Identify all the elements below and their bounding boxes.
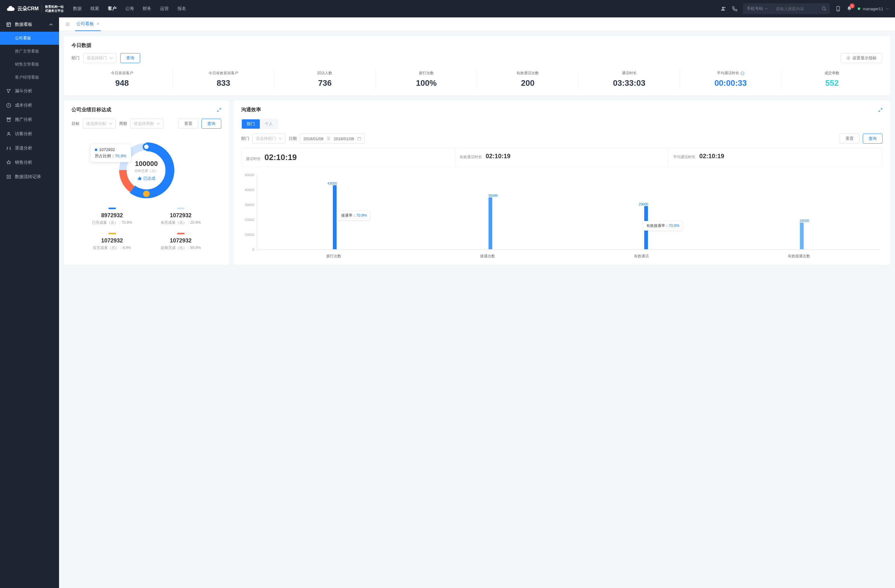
nav-icon (6, 103, 11, 108)
expand-icon[interactable] (217, 108, 221, 112)
svg-point-3 (838, 10, 839, 11)
tab-company-board[interactable]: 公司看板 ✕ (75, 17, 101, 31)
seg-dept[interactable]: 部门 (242, 119, 260, 129)
nav-icon (6, 146, 11, 151)
query-button[interactable]: 查询 (202, 119, 221, 129)
bar-column: 29000 (638, 175, 654, 249)
legend-item: 1072932应完成量（元）|8.9% (84, 233, 140, 250)
cloud-icon (6, 5, 15, 13)
chevron-down-icon (886, 7, 889, 10)
sidebar-item[interactable]: 客户经理看板 (0, 71, 59, 84)
anno-connect-rate: 接通率：70.9% (338, 211, 370, 220)
info-icon (740, 71, 744, 75)
sidebar-item[interactable]: 销售分析 (0, 155, 59, 170)
chevron-down-icon (278, 137, 282, 141)
tab-label: 公司看板 (76, 21, 94, 27)
top-nav: 数据线索客户公海财务运营报名 (73, 5, 186, 13)
y-tick: 30000 (244, 203, 254, 207)
topnav-item[interactable]: 数据 (73, 5, 82, 13)
user-add-icon[interactable] (721, 6, 726, 12)
nav-icon (6, 117, 11, 122)
sidebar-group-dashboard[interactable]: 数据看板 (0, 17, 59, 32)
topnav-item[interactable]: 运营 (160, 5, 169, 13)
anno-effective-rate: 有效接通率：70.9% (643, 221, 683, 230)
metric: 平均通话时长00:00:33 (680, 69, 781, 89)
metric: 回访人数736 (275, 69, 376, 89)
user-menu[interactable]: manager11 (858, 6, 889, 11)
period-label: 周期 (119, 121, 127, 126)
sidebar-item[interactable]: 访客分析 (0, 127, 59, 141)
dashboard-icon (6, 22, 11, 27)
svg-point-5 (848, 58, 849, 59)
metric: 成交单数552 (781, 69, 883, 89)
dept-select[interactable]: 请选择部门 (252, 133, 285, 144)
topnav-item[interactable]: 财务 (143, 5, 151, 13)
search-input[interactable] (772, 6, 819, 11)
bar-column: 35000 (482, 175, 498, 249)
x-label: 拨打次数 (326, 254, 341, 259)
menu-collapse-icon[interactable] (65, 22, 70, 27)
sidebar-item[interactable]: 推广主管看板 (0, 45, 59, 58)
search-box: 手机号码 (743, 3, 830, 14)
sidebar-item[interactable]: 漏斗分析 (0, 84, 59, 98)
logo: 云朵CRM 教育机构一站式服务云平台 (6, 5, 64, 13)
legend-item: 1072932未完成量（元）|20.9% (153, 208, 209, 225)
donut-center-label: 目标总量（元） (135, 168, 158, 173)
legend-item: 1072932超额完成（元）|89.9% (153, 233, 209, 250)
communication-card: 沟通效率 部门 个人 部门 请选择部门 日期 2018/01/08 (234, 100, 890, 265)
phone-icon[interactable] (732, 6, 737, 12)
x-label: 有效通话 (634, 254, 649, 259)
chevron-up-icon (49, 23, 53, 26)
search-button[interactable] (819, 3, 830, 14)
sidebar-item[interactable]: 数据流转记录 (0, 170, 59, 184)
target-select[interactable]: 请选择目标 (83, 119, 116, 129)
donut-center-value: 100000 (135, 160, 158, 168)
topnav-item[interactable]: 客户 (108, 5, 117, 13)
period-select[interactable]: 请选择周期 (130, 119, 164, 129)
y-tick: 40000 (244, 188, 254, 192)
nav-icon (6, 174, 11, 179)
bar-column: 18000 (794, 175, 810, 249)
dept-select[interactable]: 请选择部门 (83, 53, 117, 63)
bell-icon[interactable]: 5 (846, 6, 852, 12)
svg-point-1 (822, 7, 825, 10)
svg-rect-12 (358, 137, 361, 140)
topnav-item[interactable]: 报名 (177, 5, 186, 13)
close-icon[interactable]: ✕ (96, 22, 99, 26)
seg-personal[interactable]: 个人 (260, 119, 278, 129)
donut-chart: 1072932 所占比例：70.9% 100000 目标总量（ (71, 133, 221, 208)
svg-point-11 (143, 191, 150, 197)
reset-button[interactable]: 重置 (178, 119, 198, 129)
topnav-item[interactable]: 公海 (125, 5, 134, 13)
donut-status: 已达成 (135, 176, 158, 181)
gear-icon (846, 56, 851, 60)
sidebar-group-label: 数据看板 (15, 22, 32, 27)
bar-chart: 01000020000300004000050000 4300035000290… (241, 172, 883, 259)
expand-icon[interactable] (878, 108, 883, 112)
svg-point-10 (143, 144, 149, 150)
sidebar-item[interactable]: 公司看板 (0, 32, 59, 45)
stat-cell: 平均通话时长02:10:19 (669, 148, 882, 167)
query-button[interactable]: 查询 (863, 133, 883, 144)
settings-button[interactable]: 设置显示指标 (840, 53, 883, 63)
search-type-select[interactable]: 手机号码 (743, 6, 772, 12)
topnav-item[interactable]: 线索 (90, 5, 99, 13)
query-button[interactable]: 查询 (120, 53, 140, 63)
segment-control: 部门 个人 (241, 119, 278, 129)
mobile-icon[interactable] (835, 6, 841, 12)
settings-label: 设置显示指标 (853, 55, 877, 61)
y-tick: 10000 (244, 233, 254, 236)
card-title: 今日数据 (71, 42, 883, 49)
date-range-input[interactable]: 2018/01/08 至 2018/01/08 (300, 133, 365, 144)
sidebar-item[interactable]: 渠道分析 (0, 141, 59, 155)
reset-button[interactable]: 重置 (840, 133, 860, 144)
sidebar-item[interactable]: 销售主管看板 (0, 58, 59, 71)
chevron-down-icon (109, 122, 112, 126)
y-tick: 50000 (244, 173, 254, 177)
thumbs-up-icon (138, 176, 142, 180)
select-placeholder: 请选择部门 (87, 55, 107, 61)
sidebar-item[interactable]: 成本分析 (0, 98, 59, 112)
sidebar: 数据看板 公司看板推广主管看板销售主管看板客户经理看板 漏斗分析成本分析推广分析… (0, 17, 59, 588)
sidebar-item[interactable]: 推广分析 (0, 112, 59, 127)
y-tick: 0 (252, 248, 254, 252)
